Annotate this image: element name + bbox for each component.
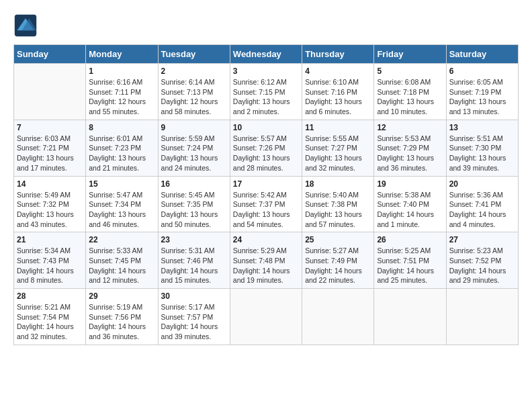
calendar-cell: 20Sunrise: 5:36 AM Sunset: 7:41 PM Dayli… (446, 176, 518, 232)
day-number: 10 (233, 123, 299, 132)
day-info: Sunrise: 5:33 AM Sunset: 7:45 PM Dayligh… (89, 246, 154, 285)
header-day-monday: Monday (86, 45, 158, 64)
calendar-cell: 9Sunrise: 5:59 AM Sunset: 7:24 PM Daylig… (158, 120, 230, 176)
day-number: 14 (17, 179, 83, 189)
header-day-wednesday: Wednesday (230, 45, 302, 64)
day-number: 15 (89, 179, 154, 189)
calendar-cell: 5Sunrise: 6:08 AM Sunset: 7:18 PM Daylig… (374, 64, 446, 120)
calendar-cell: 28Sunrise: 5:21 AM Sunset: 7:54 PM Dayli… (14, 289, 86, 345)
day-number: 20 (449, 179, 515, 189)
day-info: Sunrise: 5:47 AM Sunset: 7:34 PM Dayligh… (89, 190, 154, 230)
day-number: 13 (449, 123, 515, 132)
day-info: Sunrise: 5:31 AM Sunset: 7:46 PM Dayligh… (161, 246, 227, 285)
day-number: 9 (161, 123, 227, 132)
day-info: Sunrise: 5:29 AM Sunset: 7:48 PM Dayligh… (233, 246, 299, 285)
day-info: Sunrise: 5:19 AM Sunset: 7:56 PM Dayligh… (89, 302, 154, 342)
day-info: Sunrise: 5:42 AM Sunset: 7:37 PM Dayligh… (233, 190, 299, 230)
header-row: SundayMondayTuesdayWednesdayThursdayFrid… (14, 45, 519, 64)
calendar-cell: 22Sunrise: 5:33 AM Sunset: 7:45 PM Dayli… (86, 232, 158, 289)
logo-icon (13, 13, 38, 38)
calendar-cell: 13Sunrise: 5:51 AM Sunset: 7:30 PM Dayli… (446, 120, 518, 176)
day-number: 5 (377, 66, 443, 76)
calendar-table: SundayMondayTuesdayWednesdayThursdayFrid… (13, 44, 519, 345)
calendar-header: SundayMondayTuesdayWednesdayThursdayFrid… (14, 45, 519, 64)
day-number: 30 (161, 291, 227, 301)
logo (13, 13, 40, 38)
day-number: 16 (161, 179, 227, 189)
day-info: Sunrise: 6:12 AM Sunset: 7:15 PM Dayligh… (233, 77, 299, 117)
day-info: Sunrise: 5:17 AM Sunset: 7:57 PM Dayligh… (161, 302, 227, 342)
calendar-cell (230, 289, 302, 345)
day-info: Sunrise: 6:16 AM Sunset: 7:11 PM Dayligh… (89, 77, 154, 117)
day-number: 7 (17, 123, 83, 132)
day-info: Sunrise: 5:40 AM Sunset: 7:38 PM Dayligh… (305, 190, 371, 230)
calendar-cell: 4Sunrise: 6:10 AM Sunset: 7:16 PM Daylig… (302, 64, 374, 120)
week-row-4: 21Sunrise: 5:34 AM Sunset: 7:43 PM Dayli… (14, 232, 519, 289)
day-info: Sunrise: 5:45 AM Sunset: 7:35 PM Dayligh… (161, 190, 227, 230)
day-info: Sunrise: 5:49 AM Sunset: 7:32 PM Dayligh… (17, 190, 83, 230)
header-day-sunday: Sunday (14, 45, 86, 64)
calendar-cell: 29Sunrise: 5:19 AM Sunset: 7:56 PM Dayli… (86, 289, 158, 345)
day-number: 27 (449, 235, 515, 244)
calendar-cell: 8Sunrise: 6:01 AM Sunset: 7:23 PM Daylig… (86, 120, 158, 176)
calendar-cell (14, 64, 86, 120)
day-info: Sunrise: 5:21 AM Sunset: 7:54 PM Dayligh… (17, 302, 83, 342)
day-number: 18 (305, 179, 371, 189)
calendar-cell: 15Sunrise: 5:47 AM Sunset: 7:34 PM Dayli… (86, 176, 158, 232)
header-day-thursday: Thursday (302, 45, 374, 64)
week-row-1: 1Sunrise: 6:16 AM Sunset: 7:11 PM Daylig… (14, 64, 519, 120)
day-number: 29 (89, 291, 154, 301)
day-number: 19 (377, 179, 443, 189)
day-info: Sunrise: 6:08 AM Sunset: 7:18 PM Dayligh… (377, 77, 443, 117)
calendar-cell: 18Sunrise: 5:40 AM Sunset: 7:38 PM Dayli… (302, 176, 374, 232)
calendar-cell: 12Sunrise: 5:53 AM Sunset: 7:29 PM Dayli… (374, 120, 446, 176)
header-day-saturday: Saturday (446, 45, 518, 64)
day-number: 3 (233, 66, 299, 76)
calendar-cell (374, 289, 446, 345)
calendar-cell: 1Sunrise: 6:16 AM Sunset: 7:11 PM Daylig… (86, 64, 158, 120)
day-info: Sunrise: 5:25 AM Sunset: 7:51 PM Dayligh… (377, 246, 443, 285)
day-info: Sunrise: 5:57 AM Sunset: 7:26 PM Dayligh… (233, 134, 299, 173)
calendar-cell: 2Sunrise: 6:14 AM Sunset: 7:13 PM Daylig… (158, 64, 230, 120)
day-number: 22 (89, 235, 154, 244)
calendar-cell: 19Sunrise: 5:38 AM Sunset: 7:40 PM Dayli… (374, 176, 446, 232)
day-number: 6 (449, 66, 515, 76)
day-info: Sunrise: 6:10 AM Sunset: 7:16 PM Dayligh… (305, 77, 371, 117)
day-number: 28 (17, 291, 83, 301)
day-number: 11 (305, 123, 371, 132)
calendar-cell (302, 289, 374, 345)
day-info: Sunrise: 6:01 AM Sunset: 7:23 PM Dayligh… (89, 134, 154, 173)
day-number: 21 (17, 235, 83, 244)
week-row-2: 7Sunrise: 6:03 AM Sunset: 7:21 PM Daylig… (14, 120, 519, 176)
week-row-5: 28Sunrise: 5:21 AM Sunset: 7:54 PM Dayli… (14, 289, 519, 345)
calendar-cell: 7Sunrise: 6:03 AM Sunset: 7:21 PM Daylig… (14, 120, 86, 176)
day-info: Sunrise: 5:34 AM Sunset: 7:43 PM Dayligh… (17, 246, 83, 285)
day-info: Sunrise: 5:55 AM Sunset: 7:27 PM Dayligh… (305, 134, 371, 173)
day-number: 4 (305, 66, 371, 76)
day-info: Sunrise: 5:38 AM Sunset: 7:40 PM Dayligh… (377, 190, 443, 230)
day-info: Sunrise: 6:03 AM Sunset: 7:21 PM Dayligh… (17, 134, 83, 173)
calendar-cell: 24Sunrise: 5:29 AM Sunset: 7:48 PM Dayli… (230, 232, 302, 289)
day-number: 1 (89, 66, 154, 76)
header-day-friday: Friday (374, 45, 446, 64)
day-number: 17 (233, 179, 299, 189)
calendar-cell: 11Sunrise: 5:55 AM Sunset: 7:27 PM Dayli… (302, 120, 374, 176)
calendar-cell: 14Sunrise: 5:49 AM Sunset: 7:32 PM Dayli… (14, 176, 86, 232)
calendar-cell: 25Sunrise: 5:27 AM Sunset: 7:49 PM Dayli… (302, 232, 374, 289)
day-info: Sunrise: 5:51 AM Sunset: 7:30 PM Dayligh… (449, 134, 515, 173)
calendar-cell: 21Sunrise: 5:34 AM Sunset: 7:43 PM Dayli… (14, 232, 86, 289)
day-info: Sunrise: 5:27 AM Sunset: 7:49 PM Dayligh… (305, 246, 371, 285)
calendar-cell: 23Sunrise: 5:31 AM Sunset: 7:46 PM Dayli… (158, 232, 230, 289)
calendar-cell (446, 289, 518, 345)
calendar-cell: 30Sunrise: 5:17 AM Sunset: 7:57 PM Dayli… (158, 289, 230, 345)
day-info: Sunrise: 5:59 AM Sunset: 7:24 PM Dayligh… (161, 134, 227, 173)
week-row-3: 14Sunrise: 5:49 AM Sunset: 7:32 PM Dayli… (14, 176, 519, 232)
calendar-cell: 27Sunrise: 5:23 AM Sunset: 7:52 PM Dayli… (446, 232, 518, 289)
day-number: 25 (305, 235, 371, 244)
day-number: 26 (377, 235, 443, 244)
day-number: 24 (233, 235, 299, 244)
calendar-cell: 26Sunrise: 5:25 AM Sunset: 7:51 PM Dayli… (374, 232, 446, 289)
day-number: 23 (161, 235, 227, 244)
day-info: Sunrise: 6:05 AM Sunset: 7:19 PM Dayligh… (449, 77, 515, 117)
day-info: Sunrise: 5:53 AM Sunset: 7:29 PM Dayligh… (377, 134, 443, 173)
